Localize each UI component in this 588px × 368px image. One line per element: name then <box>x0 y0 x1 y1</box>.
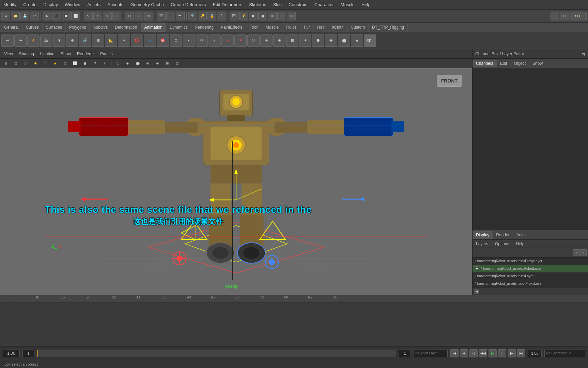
shelf-icon-22[interactable]: ⊛ <box>273 34 285 47</box>
pb-play-back[interactable]: ◀◀ <box>479 349 487 357</box>
vp-icon-9[interactable]: ◼ <box>80 59 89 68</box>
shelf-icon-7[interactable]: 🔗 <box>79 34 91 47</box>
layer-options-btn[interactable]: ≡ <box>580 249 587 256</box>
menu-help[interactable]: Help <box>358 1 374 9</box>
vp-icon-4[interactable]: ⚡ <box>31 59 40 68</box>
vp-icon-18[interactable]: ◻ <box>173 59 182 68</box>
range-end-field[interactable] <box>399 350 411 357</box>
menu-edit-deformers[interactable]: Edit Deformers <box>210 1 246 9</box>
vp-icon-8[interactable]: ⬜ <box>71 59 79 68</box>
shelf-icon-1[interactable]: ↩ <box>1 34 14 47</box>
menu-display[interactable]: Display <box>40 1 61 9</box>
toolbar-render-1[interactable]: 🎬 <box>157 12 166 20</box>
shelf-icon-5[interactable]: 👁 <box>53 34 65 47</box>
vp-icon-15[interactable]: ⊕ <box>143 59 152 68</box>
shelf-icon-8[interactable]: ⊞ <box>92 34 104 47</box>
layer-item-1[interactable]: V / transformingRobot_assets:RobotLayer <box>473 265 588 273</box>
pb-next-key[interactable]: ▷ <box>498 349 506 357</box>
toolbar-right-1[interactable]: ⊞ <box>551 12 559 20</box>
cb-tab-show[interactable]: Show <box>529 60 546 67</box>
layer-create-btn[interactable]: ≡ <box>573 249 580 256</box>
vp-icon-16[interactable]: ⊗ <box>153 59 162 68</box>
channel-box-expand-icon[interactable]: ⇆ <box>582 51 585 56</box>
shelf-icon-14[interactable]: ⊙ <box>170 34 182 47</box>
vp-icon-10[interactable]: ⚙ <box>90 59 99 68</box>
shelf-icon-6[interactable]: ⊕ <box>66 34 78 47</box>
shelf-icon-2[interactable]: ↪ <box>14 34 27 47</box>
toolbar-btn-8[interactable]: ⬜ <box>71 12 80 20</box>
shelf-tab-toon[interactable]: Toon <box>246 23 262 32</box>
menu-character[interactable]: Character <box>311 1 337 9</box>
shelf-icon-23[interactable]: ⊞ <box>286 34 298 47</box>
viewport-menu-view[interactable]: View <box>1 51 16 57</box>
shelf-icon-18[interactable]: 🔺 <box>221 34 234 47</box>
layer-item-0[interactable]: / transformingRobot_assets:truckProxyLay… <box>473 257 588 265</box>
vp-icon-5[interactable]: ⬛ <box>41 59 50 68</box>
toolbar-spl[interactable]: SPL <box>570 12 587 20</box>
pb-prev-key[interactable]: ◁ <box>469 349 478 357</box>
shelf-tab-muscle[interactable]: Muscle <box>262 23 282 32</box>
shelf-tab-deformation[interactable]: Deformation <box>111 23 141 32</box>
shelf-icon-19[interactable]: 🔻 <box>234 34 247 47</box>
character-selector[interactable]: No Character Se <box>544 350 585 357</box>
menu-skin[interactable]: Skin <box>270 1 285 9</box>
cb-tab-object[interactable]: Object <box>510 60 529 67</box>
pb-prev-frame[interactable]: ◀ <box>460 349 468 357</box>
select-tool[interactable]: ↖ <box>84 12 93 20</box>
toolbar-misc-2[interactable]: 🔑 <box>198 12 207 20</box>
shelf-icon-24[interactable]: ✦ <box>299 34 311 47</box>
menu-modify[interactable]: Modify <box>0 1 20 9</box>
menu-create[interactable]: Create <box>20 1 40 9</box>
le-tab-anim[interactable]: Anim <box>513 231 529 239</box>
shelf-icon-10[interactable]: ✦ <box>118 34 130 47</box>
le-sub-tab-help[interactable]: Help <box>512 240 528 248</box>
vp-icon-17[interactable]: ⊞ <box>163 59 172 68</box>
shelf-tab-subdivs[interactable]: Subdivs <box>90 23 111 32</box>
le-sub-tab-layers[interactable]: Layers <box>473 240 492 248</box>
toolbar-render-2[interactable]: 🎥 <box>166 12 175 20</box>
shelf-tab-painteffects[interactable]: PaintEffects <box>217 23 246 32</box>
toolbar-anim-4[interactable]: ▣ <box>258 12 267 20</box>
viewport-menu-lighting[interactable]: Lighting <box>37 51 57 57</box>
shelf-tab-general[interactable]: General <box>1 23 22 32</box>
le-sub-tab-options[interactable]: Options <box>492 240 512 248</box>
le-tab-display[interactable]: Display <box>473 231 493 239</box>
toolbar-anim-2[interactable]: ⚡ <box>239 12 248 20</box>
shelf-icon-29[interactable]: SPL <box>364 34 376 47</box>
shelf-icon-15[interactable]: ▸ <box>183 34 195 47</box>
viewport-canvas[interactable]: persp Z_ X FRONT This is also the same s… <box>0 68 472 295</box>
shelf-icon-21[interactable]: ◈ <box>260 34 273 47</box>
move-tool[interactable]: ✛ <box>93 12 102 20</box>
toolbar-misc-4[interactable]: ? <box>217 12 226 20</box>
vp-icon-12[interactable]: ⬡ <box>113 59 122 68</box>
menu-geometry-cache[interactable]: Geometry Cache <box>127 1 167 9</box>
shelf-icon-9[interactable]: 📐 <box>105 34 117 47</box>
shelf-tab-curves[interactable]: Curves <box>22 23 43 32</box>
menu-animate[interactable]: Animate <box>104 1 127 9</box>
toolbar-misc-3[interactable]: 🔒 <box>207 12 216 20</box>
vp-icon-11[interactable]: T <box>100 59 109 68</box>
range-start-field[interactable] <box>22 350 34 357</box>
scale-tool[interactable]: ⊞ <box>112 12 121 20</box>
toolbar-anim-6[interactable]: ⊟ <box>277 12 286 20</box>
shelf-icon-20[interactable]: ⬡ <box>247 34 260 47</box>
shelf-tab-hair[interactable]: Hair <box>314 23 328 32</box>
toolbar-right-2[interactable]: ⊟ <box>560 12 569 20</box>
pb-goto-end[interactable]: ▶| <box>517 349 525 357</box>
menu-window[interactable]: Window <box>61 1 84 9</box>
shelf-icon-4[interactable]: 🦾 <box>40 34 52 47</box>
menu-assets[interactable]: Assets <box>84 1 104 9</box>
pb-play[interactable]: ▶ <box>489 349 497 357</box>
toolbar-btn-5[interactable]: ▶ <box>43 12 51 20</box>
rotate-tool[interactable]: ↻ <box>103 12 112 20</box>
shelf-tab-ncloth[interactable]: nCloth <box>328 23 347 32</box>
toolbar-snap-3[interactable]: ⊗ <box>144 12 153 20</box>
shelf-icon-11[interactable]: ⭕ <box>131 34 143 47</box>
toolbar-anim-7[interactable]: ◻ <box>287 12 296 20</box>
viewport-menu-show[interactable]: Show <box>58 51 74 57</box>
toolbar-btn-3[interactable]: 💾 <box>20 12 29 20</box>
shelf-tab-surfaces[interactable]: Surfaces <box>43 23 66 32</box>
shelf-icon-16[interactable]: ⟳ <box>196 34 208 47</box>
menu-constrain[interactable]: Constrain <box>285 1 311 9</box>
viewport-menu-panels[interactable]: Panels <box>97 51 115 57</box>
